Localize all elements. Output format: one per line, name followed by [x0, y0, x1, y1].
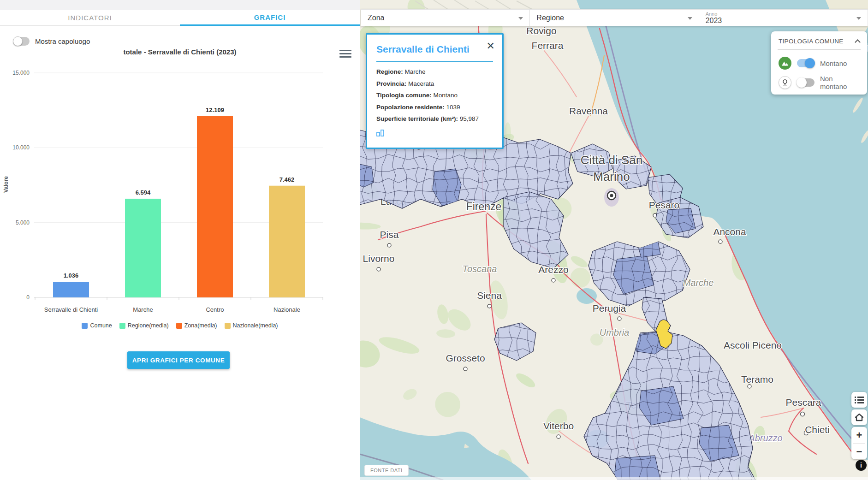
city-label-Perugia: Perugia — [593, 303, 626, 314]
regione-dropdown[interactable]: Regione — [530, 10, 699, 26]
city-label-Livorno: Livorno — [363, 253, 395, 264]
legend-swatch — [176, 323, 182, 329]
open-chart-icon[interactable] — [376, 129, 385, 138]
city-label-Viterbo: Viterbo — [543, 421, 574, 431]
city-label-Arezzo: Arezzo — [538, 264, 568, 275]
legend-label: Comune — [90, 322, 112, 329]
mountain-icon — [779, 57, 791, 70]
tree-icon — [779, 76, 791, 89]
legend-label: Nazionale(media) — [233, 322, 278, 329]
city-label-Rovigo: Rovigo — [526, 25, 556, 36]
y-tick-label: 5.000 — [16, 219, 30, 226]
tipologia-row-Montano: Montano — [779, 53, 860, 73]
city-label-Chieti: Chieti — [805, 424, 830, 435]
toggle-Montano[interactable] — [797, 59, 814, 67]
app-root: INDICATORI GRAFICI Mostra capoluogo tota… — [0, 0, 868, 480]
city-label-Pescara: Pescara — [785, 397, 821, 408]
bar-value-label: 12.109 — [206, 107, 224, 113]
info-button[interactable]: i — [856, 460, 867, 471]
regione-label: Regione — [536, 14, 564, 22]
popup-field: Provincia: Macerata — [376, 80, 493, 87]
x-category-label: Centro — [206, 306, 224, 313]
charts-panel: INDICATORI GRAFICI Mostra capoluogo tota… — [0, 0, 360, 480]
chevron-down-icon — [518, 17, 523, 20]
zona-dropdown[interactable]: Zona — [361, 10, 530, 26]
toggle-Non montano[interactable] — [797, 78, 814, 87]
layer-list-button[interactable] — [851, 392, 867, 408]
city-label-Toscana: Toscana — [463, 264, 497, 274]
legend-item-Comune[interactable]: Comune — [82, 322, 112, 329]
tipologia-title: TIPOLOGIA COMUNE — [779, 38, 844, 45]
zoom-controls: + − — [851, 427, 867, 459]
y-tick-label: 10.000 — [12, 144, 30, 151]
city-label-Ferrara: Ferrara — [532, 40, 564, 51]
tipologia-rows: MontanoNon montano — [779, 53, 860, 92]
city-label-Marino: Marino — [593, 170, 630, 184]
city-label-Grosseto: Grosseto — [446, 353, 485, 363]
attribution-strip — [360, 477, 868, 480]
list-icon — [855, 396, 864, 403]
apri-grafici-button[interactable]: APRI GRAFICI PER COMUNE — [127, 351, 230, 369]
legend-item-Zona(media)[interactable]: Zona(media) — [176, 322, 217, 329]
close-icon[interactable]: ✕ — [487, 41, 495, 51]
tipologia-label: Montano — [820, 59, 847, 67]
x-category-label: Serravalle di Chienti — [44, 306, 98, 313]
bar-Regione(media) — [125, 199, 161, 297]
legend-label: Regione(media) — [128, 322, 169, 329]
zoom-in-button[interactable]: + — [851, 427, 867, 443]
chart-legend: ComuneRegione(media)Zona(media)Nazionale… — [0, 322, 360, 329]
legend-label: Zona(media) — [184, 322, 217, 329]
city-label-Umbria: Umbria — [600, 327, 629, 338]
chevron-up-icon[interactable] — [855, 39, 861, 45]
bar-Zona(media) — [197, 116, 233, 297]
legend-swatch — [82, 323, 88, 329]
popup-field: Regione: Marche — [376, 68, 493, 75]
chevron-down-icon — [688, 17, 692, 20]
city-label-Pisa: Pisa — [380, 229, 399, 240]
city-label-Teramo: Teramo — [741, 374, 773, 385]
city-label-Firenze: Firenze — [466, 201, 502, 213]
map-panel[interactable]: LuccaPistoiaAscoli PicenoTeramoTerniAbru… — [360, 0, 868, 480]
bar-value-label: 6.594 — [136, 189, 151, 196]
city-label-Siena: Siena — [477, 290, 502, 301]
anno-label: Anno — [706, 11, 718, 17]
commune-popup: Serravalle di Chienti ✕ Regione: MarcheP… — [366, 33, 504, 149]
popup-fields: Regione: MarcheProvincia: MacerataTipolo… — [376, 68, 493, 122]
y-tick-label: 0 — [26, 294, 30, 301]
legend-swatch — [225, 323, 231, 329]
popup-field: Superficie territoriale (km²): 95,987 — [376, 115, 493, 122]
anno-value: 2023 — [706, 17, 722, 24]
bar-chart: 05.00010.00015.000Valore1.036Serravalle … — [0, 0, 360, 350]
tipologia-comune-panel: TIPOLOGIA COMUNE MontanoNon montano — [771, 31, 867, 95]
x-category-label: Nazionale — [273, 306, 300, 313]
city-label-Città di San: Città di San — [581, 153, 642, 167]
bar-Comune — [53, 282, 89, 297]
zoom-out-button[interactable]: − — [851, 444, 867, 460]
tipologia-row-Non montano: Non montano — [779, 73, 860, 92]
home-button[interactable] — [851, 409, 867, 425]
bar-value-label: 7.462 — [279, 176, 295, 183]
bar-value-label: 1.036 — [64, 272, 79, 279]
popup-field: Tipologia comune: Montano — [376, 92, 493, 99]
tipologia-label: Non montano — [820, 75, 860, 90]
city-label-Ravenna: Ravenna — [569, 106, 608, 116]
legend-item-Regione(media)[interactable]: Regione(media) — [119, 322, 169, 329]
san-marino-marker — [604, 188, 619, 207]
chevron-down-icon — [856, 17, 861, 20]
city-label-Pesaro: Pesaro — [649, 200, 680, 210]
popup-field: Popolazione residente: 1039 — [376, 104, 493, 111]
bar-Nazionale(media) — [269, 186, 305, 297]
fonte-dati-button[interactable]: FONTE DATI — [364, 465, 409, 476]
popup-title: Serravalle di Chienti — [376, 44, 493, 55]
legend-swatch — [119, 323, 125, 329]
y-tick-label: 15.000 — [12, 70, 30, 76]
tipologia-divider — [778, 49, 861, 50]
legend-item-Nazionale(media)[interactable]: Nazionale(media) — [225, 322, 278, 329]
zona-label: Zona — [368, 14, 384, 22]
x-category-label: Marche — [133, 306, 153, 313]
city-label-Marche: Marche — [683, 278, 714, 288]
y-axis-title: Valore — [3, 176, 9, 193]
filter-bar: Zona Regione Anno 2023 — [361, 9, 868, 26]
city-label-Ascoli Piceno: Ascoli Piceno — [724, 340, 782, 350]
anno-dropdown[interactable]: Anno 2023 — [699, 10, 868, 26]
